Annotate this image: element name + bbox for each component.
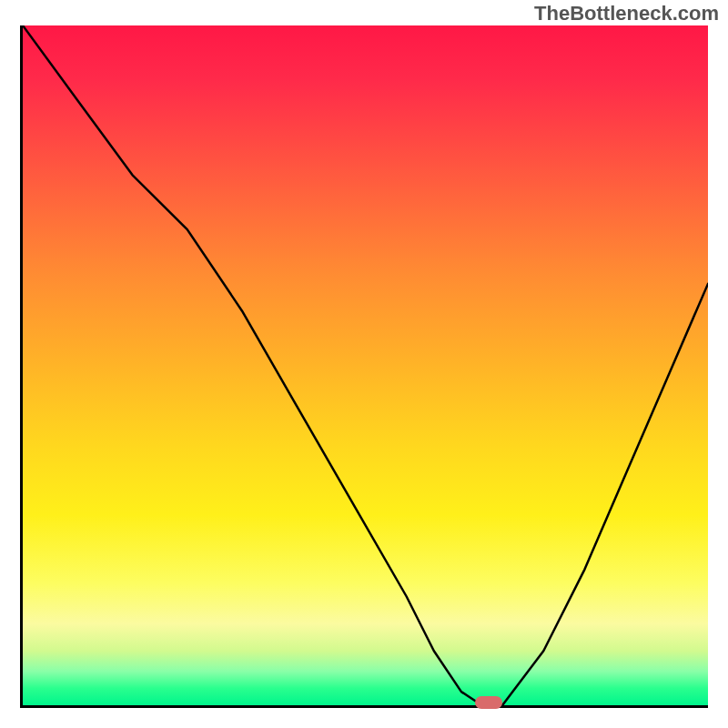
chart-container: TheBottleneck.com bbox=[0, 0, 728, 728]
watermark-text: TheBottleneck.com bbox=[534, 2, 719, 25]
minimum-marker bbox=[475, 696, 502, 709]
bottleneck-curve bbox=[23, 25, 708, 705]
plot-area bbox=[20, 25, 708, 708]
